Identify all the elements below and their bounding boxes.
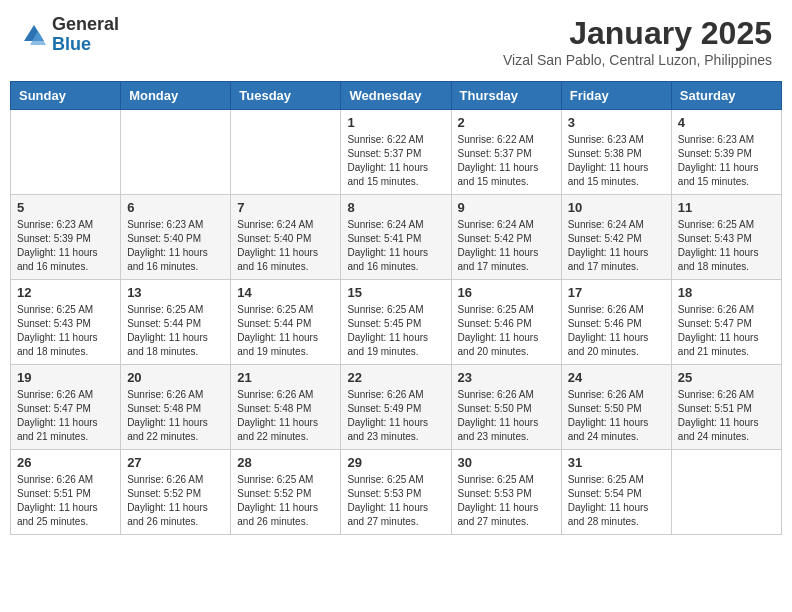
calendar-cell: 30Sunrise: 6:25 AM Sunset: 5:53 PM Dayli…: [451, 450, 561, 535]
day-info: Sunrise: 6:26 AM Sunset: 5:50 PM Dayligh…: [458, 388, 555, 444]
logo-text: General Blue: [52, 15, 119, 55]
calendar-cell: 9Sunrise: 6:24 AM Sunset: 5:42 PM Daylig…: [451, 195, 561, 280]
calendar-cell: 25Sunrise: 6:26 AM Sunset: 5:51 PM Dayli…: [671, 365, 781, 450]
day-number: 13: [127, 285, 224, 300]
calendar-week-4: 26Sunrise: 6:26 AM Sunset: 5:51 PM Dayli…: [11, 450, 782, 535]
day-number: 4: [678, 115, 775, 130]
day-number: 3: [568, 115, 665, 130]
calendar-table: SundayMondayTuesdayWednesdayThursdayFrid…: [10, 81, 782, 535]
day-info: Sunrise: 6:26 AM Sunset: 5:49 PM Dayligh…: [347, 388, 444, 444]
calendar-cell: 15Sunrise: 6:25 AM Sunset: 5:45 PM Dayli…: [341, 280, 451, 365]
day-info: Sunrise: 6:24 AM Sunset: 5:40 PM Dayligh…: [237, 218, 334, 274]
day-number: 29: [347, 455, 444, 470]
day-info: Sunrise: 6:26 AM Sunset: 5:50 PM Dayligh…: [568, 388, 665, 444]
calendar-cell: 20Sunrise: 6:26 AM Sunset: 5:48 PM Dayli…: [121, 365, 231, 450]
calendar-cell: 1Sunrise: 6:22 AM Sunset: 5:37 PM Daylig…: [341, 110, 451, 195]
calendar-cell: 5Sunrise: 6:23 AM Sunset: 5:39 PM Daylig…: [11, 195, 121, 280]
day-info: Sunrise: 6:26 AM Sunset: 5:51 PM Dayligh…: [17, 473, 114, 529]
day-number: 24: [568, 370, 665, 385]
calendar-cell: 24Sunrise: 6:26 AM Sunset: 5:50 PM Dayli…: [561, 365, 671, 450]
calendar-body: 1Sunrise: 6:22 AM Sunset: 5:37 PM Daylig…: [11, 110, 782, 535]
day-number: 28: [237, 455, 334, 470]
day-number: 20: [127, 370, 224, 385]
calendar-cell: 12Sunrise: 6:25 AM Sunset: 5:43 PM Dayli…: [11, 280, 121, 365]
calendar-cell: 27Sunrise: 6:26 AM Sunset: 5:52 PM Dayli…: [121, 450, 231, 535]
calendar-week-2: 12Sunrise: 6:25 AM Sunset: 5:43 PM Dayli…: [11, 280, 782, 365]
day-number: 16: [458, 285, 555, 300]
day-number: 10: [568, 200, 665, 215]
day-info: Sunrise: 6:23 AM Sunset: 5:40 PM Dayligh…: [127, 218, 224, 274]
weekday-header-tuesday: Tuesday: [231, 82, 341, 110]
location-subtitle: Vizal San Pablo, Central Luzon, Philippi…: [503, 52, 772, 68]
day-number: 15: [347, 285, 444, 300]
calendar-cell: 3Sunrise: 6:23 AM Sunset: 5:38 PM Daylig…: [561, 110, 671, 195]
day-number: 31: [568, 455, 665, 470]
logo-general: General: [52, 15, 119, 35]
day-number: 8: [347, 200, 444, 215]
day-info: Sunrise: 6:26 AM Sunset: 5:52 PM Dayligh…: [127, 473, 224, 529]
calendar-cell: 11Sunrise: 6:25 AM Sunset: 5:43 PM Dayli…: [671, 195, 781, 280]
calendar-cell: 10Sunrise: 6:24 AM Sunset: 5:42 PM Dayli…: [561, 195, 671, 280]
day-number: 19: [17, 370, 114, 385]
day-number: 9: [458, 200, 555, 215]
day-info: Sunrise: 6:23 AM Sunset: 5:38 PM Dayligh…: [568, 133, 665, 189]
day-number: 21: [237, 370, 334, 385]
logo: General Blue: [20, 15, 119, 55]
day-info: Sunrise: 6:25 AM Sunset: 5:43 PM Dayligh…: [678, 218, 775, 274]
weekday-header-thursday: Thursday: [451, 82, 561, 110]
page-header: General Blue January 2025 Vizal San Pabl…: [10, 10, 782, 73]
calendar-cell: [11, 110, 121, 195]
day-info: Sunrise: 6:25 AM Sunset: 5:54 PM Dayligh…: [568, 473, 665, 529]
calendar-week-3: 19Sunrise: 6:26 AM Sunset: 5:47 PM Dayli…: [11, 365, 782, 450]
weekday-header-sunday: Sunday: [11, 82, 121, 110]
logo-blue: Blue: [52, 35, 119, 55]
day-number: 6: [127, 200, 224, 215]
day-number: 26: [17, 455, 114, 470]
day-info: Sunrise: 6:25 AM Sunset: 5:52 PM Dayligh…: [237, 473, 334, 529]
day-number: 14: [237, 285, 334, 300]
month-title: January 2025: [503, 15, 772, 52]
day-number: 17: [568, 285, 665, 300]
calendar-cell: 14Sunrise: 6:25 AM Sunset: 5:44 PM Dayli…: [231, 280, 341, 365]
weekday-header-saturday: Saturday: [671, 82, 781, 110]
day-info: Sunrise: 6:26 AM Sunset: 5:46 PM Dayligh…: [568, 303, 665, 359]
calendar-cell: 16Sunrise: 6:25 AM Sunset: 5:46 PM Dayli…: [451, 280, 561, 365]
calendar-cell: [671, 450, 781, 535]
day-info: Sunrise: 6:23 AM Sunset: 5:39 PM Dayligh…: [17, 218, 114, 274]
calendar-week-0: 1Sunrise: 6:22 AM Sunset: 5:37 PM Daylig…: [11, 110, 782, 195]
day-number: 11: [678, 200, 775, 215]
title-area: January 2025 Vizal San Pablo, Central Lu…: [503, 15, 772, 68]
day-number: 23: [458, 370, 555, 385]
calendar-cell: 29Sunrise: 6:25 AM Sunset: 5:53 PM Dayli…: [341, 450, 451, 535]
calendar-cell: 8Sunrise: 6:24 AM Sunset: 5:41 PM Daylig…: [341, 195, 451, 280]
calendar-cell: 19Sunrise: 6:26 AM Sunset: 5:47 PM Dayli…: [11, 365, 121, 450]
day-info: Sunrise: 6:24 AM Sunset: 5:42 PM Dayligh…: [568, 218, 665, 274]
calendar-cell: 31Sunrise: 6:25 AM Sunset: 5:54 PM Dayli…: [561, 450, 671, 535]
day-info: Sunrise: 6:22 AM Sunset: 5:37 PM Dayligh…: [347, 133, 444, 189]
calendar-cell: [231, 110, 341, 195]
day-number: 2: [458, 115, 555, 130]
calendar-cell: 21Sunrise: 6:26 AM Sunset: 5:48 PM Dayli…: [231, 365, 341, 450]
logo-icon: [20, 21, 48, 49]
day-info: Sunrise: 6:25 AM Sunset: 5:53 PM Dayligh…: [347, 473, 444, 529]
day-number: 5: [17, 200, 114, 215]
day-info: Sunrise: 6:25 AM Sunset: 5:43 PM Dayligh…: [17, 303, 114, 359]
day-number: 25: [678, 370, 775, 385]
weekday-header-friday: Friday: [561, 82, 671, 110]
calendar-cell: 13Sunrise: 6:25 AM Sunset: 5:44 PM Dayli…: [121, 280, 231, 365]
day-info: Sunrise: 6:25 AM Sunset: 5:53 PM Dayligh…: [458, 473, 555, 529]
day-number: 7: [237, 200, 334, 215]
day-number: 12: [17, 285, 114, 300]
weekday-header-monday: Monday: [121, 82, 231, 110]
day-info: Sunrise: 6:25 AM Sunset: 5:45 PM Dayligh…: [347, 303, 444, 359]
day-info: Sunrise: 6:26 AM Sunset: 5:48 PM Dayligh…: [127, 388, 224, 444]
day-number: 30: [458, 455, 555, 470]
day-info: Sunrise: 6:26 AM Sunset: 5:47 PM Dayligh…: [678, 303, 775, 359]
calendar-cell: 26Sunrise: 6:26 AM Sunset: 5:51 PM Dayli…: [11, 450, 121, 535]
calendar-cell: 23Sunrise: 6:26 AM Sunset: 5:50 PM Dayli…: [451, 365, 561, 450]
calendar-cell: 22Sunrise: 6:26 AM Sunset: 5:49 PM Dayli…: [341, 365, 451, 450]
day-number: 27: [127, 455, 224, 470]
calendar-week-1: 5Sunrise: 6:23 AM Sunset: 5:39 PM Daylig…: [11, 195, 782, 280]
calendar-header: SundayMondayTuesdayWednesdayThursdayFrid…: [11, 82, 782, 110]
calendar-cell: 7Sunrise: 6:24 AM Sunset: 5:40 PM Daylig…: [231, 195, 341, 280]
